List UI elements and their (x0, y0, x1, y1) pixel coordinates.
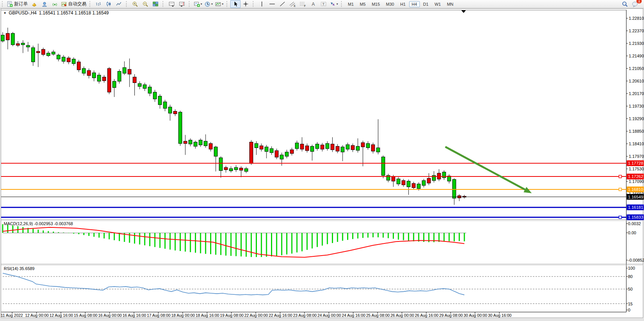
line-chart-icon (116, 1, 122, 7)
timeframe-group: M1M5M15M30H1H4D1W1MN (345, 1, 456, 7)
svg-text:12 Aug 00:00: 12 Aug 00:00 (25, 313, 49, 318)
auto-scroll-button[interactable] (166, 0, 177, 8)
equidistant-channel-icon: E (289, 1, 296, 7)
svg-text:1.16549: 1.16549 (628, 195, 643, 199)
svg-text:50: 50 (628, 287, 633, 291)
gold-button[interactable] (29, 0, 39, 8)
line-chart-button[interactable] (114, 0, 124, 8)
templates-button[interactable]: ▾ (214, 0, 225, 8)
tf-M5[interactable]: M5 (357, 1, 368, 7)
text-label-button[interactable]: T (318, 0, 328, 8)
cursor-button[interactable] (230, 0, 241, 8)
bar-chart-button[interactable] (93, 0, 104, 8)
horizontal-line-button[interactable] (267, 0, 277, 8)
toolbar-grip (89, 1, 92, 7)
tile-windows-icon (153, 1, 158, 7)
arrows-icon (330, 1, 336, 7)
metaeditor-icon (41, 1, 48, 7)
svg-text:1.17728: 1.17728 (628, 161, 643, 165)
svg-text:29 Aug 08:00: 29 Aug 08:00 (439, 313, 463, 318)
chart-symbol-period: GBPUSD-,H4 (9, 10, 37, 16)
svg-text:22 Aug 16:00: 22 Aug 16:00 (269, 313, 292, 318)
bar-chart-icon (96, 1, 101, 7)
chevron-down-icon: ▾ (201, 2, 202, 6)
zoom-in-button[interactable] (130, 0, 140, 8)
chart-shift-icon (179, 1, 185, 7)
svg-text:1.19290: 1.19290 (629, 116, 644, 121)
svg-text:1.19730: 1.19730 (629, 104, 644, 108)
periods-button[interactable]: ▾ (203, 0, 214, 8)
rsi-value: 35.6589 (19, 266, 35, 271)
toolbar-grip (189, 1, 191, 7)
svg-text:1.21490: 1.21490 (629, 54, 644, 58)
svg-text:-0.008529: -0.008529 (628, 258, 644, 262)
new-order-icon (7, 1, 13, 7)
tf-M30[interactable]: M30 (383, 1, 397, 7)
fibonacci-button[interactable]: F (298, 0, 308, 8)
tf-H4[interactable]: H4 (409, 1, 420, 7)
svg-text:A: A (312, 2, 315, 7)
cursor-icon (233, 1, 238, 7)
chat-button[interactable]: 1 (630, 0, 640, 8)
trendline-button[interactable] (277, 0, 287, 8)
autotrading-icon (61, 1, 67, 7)
toolbar-grip (163, 1, 165, 7)
zoom-out-icon (142, 1, 148, 7)
chart-collapse-icon[interactable]: ▼ (3, 11, 6, 15)
chart-shift-button[interactable] (177, 0, 187, 8)
tf-MN[interactable]: MN (444, 1, 456, 7)
svg-text:1.16181: 1.16181 (628, 205, 643, 210)
chat-badge: 1 (636, 0, 642, 4)
arrows-button[interactable]: ▾ (328, 0, 339, 8)
toolbar: 新订单 自动交易 (0, 0, 644, 8)
svg-text:15 Aug 08:00: 15 Aug 08:00 (74, 313, 97, 318)
search-button[interactable] (620, 0, 630, 8)
svg-text:1.21930: 1.21930 (629, 41, 644, 46)
templates-icon (215, 1, 221, 7)
new-order-label: 新订单 (14, 1, 28, 7)
metaeditor-button[interactable] (39, 0, 49, 8)
text-button[interactable]: A (308, 0, 318, 8)
tf-M1[interactable]: M1 (345, 1, 356, 7)
svg-text:1.16810: 1.16810 (628, 187, 643, 192)
price-axis: 1.228101.223701.219301.214901.210501.206… (626, 16, 644, 196)
crosshair-icon (243, 1, 249, 7)
svg-text:24 Aug 00:00: 24 Aug 00:00 (317, 313, 341, 318)
tf-M15[interactable]: M15 (369, 1, 383, 7)
tf-W1[interactable]: W1 (432, 1, 444, 7)
svg-text:22 Aug 00:00: 22 Aug 00:00 (244, 313, 268, 318)
svg-text:F: F (304, 5, 306, 7)
periods-clock-icon (204, 1, 210, 7)
svg-text:17 Aug 08:00: 17 Aug 08:00 (147, 313, 171, 318)
svg-text:1.22370: 1.22370 (629, 29, 644, 33)
chevron-down-icon: ▾ (211, 2, 213, 6)
svg-text:25 Aug 08:00: 25 Aug 08:00 (366, 313, 390, 318)
new-order-button[interactable]: 新订单 (6, 0, 29, 8)
svg-text:19 Aug 08:00: 19 Aug 08:00 (220, 313, 244, 318)
toolbar-grip (2, 1, 5, 7)
tf-D1[interactable]: D1 (421, 1, 431, 7)
crosshair-button[interactable] (241, 0, 251, 8)
svg-text:T: T (322, 2, 325, 6)
signal-button[interactable] (49, 0, 60, 8)
chart-canvas[interactable]: 1.228101.223701.219301.214901.210501.206… (0, 0, 644, 321)
indicators-button[interactable]: ▾ (193, 0, 203, 8)
trendline-icon (279, 1, 285, 7)
svg-text:12 Aug 16:00: 12 Aug 16:00 (49, 313, 73, 318)
svg-text:1.20170: 1.20170 (629, 91, 644, 96)
svg-text:15: 15 (628, 302, 633, 306)
equidistant-channel-button[interactable]: E (287, 0, 298, 8)
tf-H1[interactable]: H1 (397, 1, 408, 7)
svg-text:24 Aug 16:00: 24 Aug 16:00 (342, 313, 365, 318)
text-icon: A (311, 1, 316, 7)
svg-text:16 Aug 16:00: 16 Aug 16:00 (123, 313, 146, 318)
autotrading-button[interactable]: 自动交易 (60, 0, 88, 8)
candle-chart-button[interactable] (104, 0, 114, 8)
svg-text:1.17970: 1.17970 (629, 154, 644, 159)
zoom-out-button[interactable] (140, 0, 150, 8)
tile-windows-button[interactable] (150, 0, 161, 8)
vertical-line-button[interactable] (257, 0, 267, 8)
svg-text:18 Aug 16:00: 18 Aug 16:00 (196, 313, 219, 318)
svg-text:80: 80 (628, 274, 633, 279)
macd-values: -0.002953 -0.003768 (34, 221, 73, 226)
